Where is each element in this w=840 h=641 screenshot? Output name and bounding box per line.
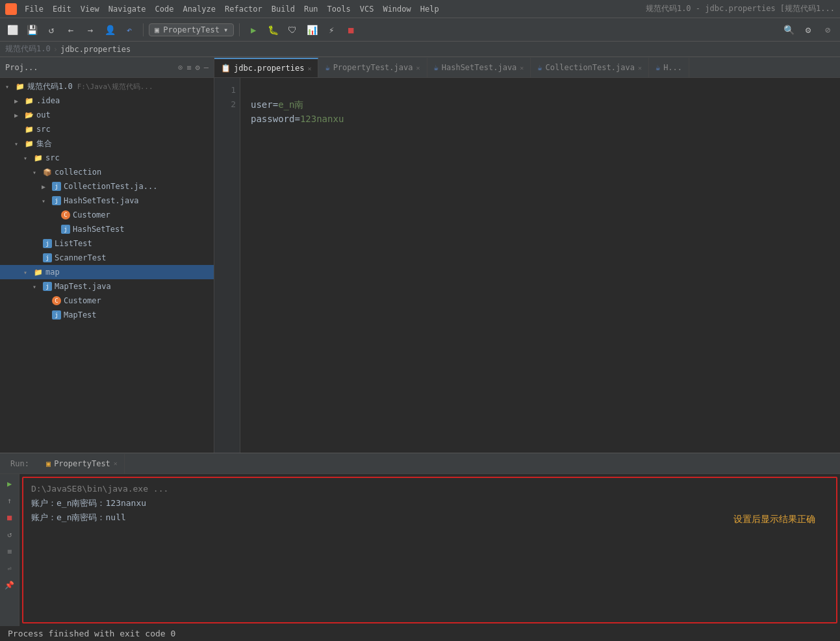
- menu-code[interactable]: Code: [155, 5, 174, 14]
- menu-build[interactable]: Build: [272, 5, 295, 14]
- run-output-inner: D:\JavaSE8\bin\java.exe ... 账户：e_n南密码：12…: [31, 482, 828, 525]
- panel-title: Proj...: [5, 63, 38, 72]
- code-content[interactable]: user=e_n南 password=123nanxu: [240, 78, 840, 453]
- src-root-label: src: [36, 125, 51, 134]
- breadcrumb-project[interactable]: 规范代码1.0: [5, 44, 51, 55]
- tree-hashset[interactable]: ▾ j HashSetTest.java: [0, 194, 214, 208]
- tree-src-jh[interactable]: ▾ 📁 src: [0, 151, 214, 165]
- hs-arrow: ▾: [42, 197, 49, 205]
- tree-src-root[interactable]: ▶ 📁 src: [0, 122, 214, 136]
- settings-btn[interactable]: ⚙: [800, 21, 817, 38]
- tree-maptest-file[interactable]: ▾ j MapTest.java: [0, 279, 214, 294]
- line2-val: 123nanxu: [300, 114, 344, 124]
- run-stop-btn[interactable]: ■: [3, 510, 17, 525]
- maptest-file-label: MapTest.java: [55, 282, 111, 291]
- mt-arrow: ▾: [32, 283, 40, 290]
- tree-idea[interactable]: ▶ 📁 .idea: [0, 94, 214, 108]
- menu-vcs[interactable]: VCS: [360, 5, 374, 14]
- tab-ht-close[interactable]: ✕: [520, 64, 524, 71]
- menu-navigate[interactable]: Navigate: [108, 5, 146, 14]
- refresh-btn[interactable]: ↺: [43, 21, 60, 38]
- root-path: F:\Java\规范代码...: [77, 82, 153, 92]
- run-config-selector[interactable]: ▣ PropertyTest ▾: [149, 23, 234, 36]
- line-numbers: 1 2: [214, 78, 240, 453]
- debug-btn[interactable]: 🐛: [264, 21, 281, 38]
- tab-property-test[interactable]: ☕ PropertyTest.java ✕: [318, 58, 427, 77]
- tree-collectiontest[interactable]: ▶ j CollectionTest.ja...: [0, 179, 214, 194]
- run-wraplines-btn[interactable]: ⏎: [3, 561, 17, 575]
- panel-icons[interactable]: ⊙ ≡ ⚙ —: [178, 63, 209, 72]
- tab-ct-close[interactable]: ✕: [638, 64, 642, 71]
- ct-arrow: ▶: [42, 183, 49, 190]
- listtest-label: ListTest: [55, 239, 92, 248]
- undo-btn[interactable]: ↶: [121, 21, 138, 38]
- collapse-icon[interactable]: ≡: [186, 63, 191, 72]
- tab-props-close[interactable]: ✕: [307, 65, 311, 72]
- tree-maptest-class[interactable]: ▶ j MapTest: [0, 308, 214, 322]
- customer2-label: Customer: [64, 296, 101, 305]
- tree-collection[interactable]: ▾ 📦 collection: [0, 165, 214, 179]
- run-scroll-up-btn[interactable]: ↑: [3, 494, 17, 508]
- menu-window[interactable]: Window: [383, 5, 411, 14]
- tree-map[interactable]: ▾ 📁 map: [0, 265, 214, 279]
- customer1-icon: C: [60, 210, 71, 220]
- customer1-label: Customer: [73, 210, 110, 220]
- vcs-btn[interactable]: 👤: [101, 21, 118, 38]
- menu-edit[interactable]: Edit: [53, 5, 71, 14]
- menu-bar[interactable]: File Edit View Navigate Code Analyze Ref…: [25, 5, 439, 14]
- tab-jdbc-properties[interactable]: 📋 jdbc.properties ✕: [214, 58, 318, 77]
- run-label: Run:: [5, 459, 34, 468]
- menu-run[interactable]: Run: [304, 5, 318, 14]
- run-coverage-btn[interactable]: 🛡: [284, 21, 301, 38]
- forward-btn[interactable]: →: [82, 21, 99, 38]
- locate-icon[interactable]: ⊙: [178, 63, 183, 72]
- menu-analyze[interactable]: Analyze: [183, 5, 216, 14]
- build-btn[interactable]: ⚡: [323, 21, 340, 38]
- run-tab-property[interactable]: ▣ PropertyTest ✕: [40, 454, 125, 473]
- st-arrow: ▶: [32, 255, 40, 262]
- back-btn[interactable]: ←: [62, 21, 79, 38]
- tab-hashset-test[interactable]: ☕ HashSetTest.java ✕: [427, 58, 531, 77]
- hide-icon[interactable]: —: [204, 63, 209, 72]
- tree-out[interactable]: ▶ 📂 out: [0, 108, 214, 122]
- menu-view[interactable]: View: [81, 5, 99, 14]
- run-filter-btn[interactable]: ≡: [3, 544, 17, 559]
- file-tree: ▾ 📁 规范代码1.0 F:\Java\规范代码... ▶ 📁 .idea ▶ …: [0, 78, 214, 453]
- menu-file[interactable]: File: [25, 5, 44, 14]
- tab-h[interactable]: ☕ H...: [649, 58, 689, 77]
- new-file-btn[interactable]: ⬜: [4, 21, 21, 38]
- line-num-2: 2: [218, 97, 236, 112]
- tree-customer-1[interactable]: ▶ C Customer: [0, 208, 214, 222]
- jh-folder-icon: 📁: [24, 138, 34, 149]
- line2-eq: =: [294, 114, 299, 124]
- menu-help[interactable]: Help: [420, 5, 439, 14]
- stop-btn[interactable]: ■: [342, 21, 359, 38]
- tab-collection-test[interactable]: ☕ CollectionTest.java ✕: [531, 58, 649, 77]
- run-btn[interactable]: ▶: [245, 21, 262, 38]
- tree-jh[interactable]: ▾ 📁 集合: [0, 136, 214, 151]
- menu-tools[interactable]: Tools: [327, 5, 351, 14]
- tree-listtest[interactable]: ▶ j ListTest: [0, 236, 214, 251]
- src-jh-label: src: [45, 153, 60, 162]
- collection-arrow: ▾: [32, 169, 40, 176]
- run-tab-close[interactable]: ✕: [114, 460, 118, 467]
- collection-pkg-icon: 📦: [42, 167, 53, 177]
- attach-profiler-btn[interactable]: 📊: [303, 21, 320, 38]
- run-rerun-btn[interactable]: ↺: [3, 527, 17, 542]
- tree-scannertest[interactable]: ▶ j ScannerTest: [0, 251, 214, 265]
- no-js-btn[interactable]: ⊘: [819, 21, 836, 38]
- tab-ht-icon: ☕: [434, 63, 439, 72]
- run-play-btn[interactable]: ▶: [3, 477, 17, 491]
- tree-root[interactable]: ▾ 📁 规范代码1.0 F:\Java\规范代码...: [0, 79, 214, 94]
- editor-panel: 📋 jdbc.properties ✕ ☕ PropertyTest.java …: [214, 57, 840, 453]
- save-btn[interactable]: 💾: [23, 21, 40, 38]
- run-pin-btn[interactable]: 📌: [3, 578, 17, 592]
- search-everywhere-btn[interactable]: 🔍: [780, 21, 797, 38]
- dropdown-icon: ▾: [223, 25, 228, 34]
- tab-pt-close[interactable]: ✕: [416, 64, 420, 71]
- tree-hashsettest-class[interactable]: ▶ j HashSetTest: [0, 222, 214, 236]
- breadcrumb-file[interactable]: jdbc.properties: [60, 45, 131, 54]
- tree-settings-icon[interactable]: ⚙: [196, 63, 200, 72]
- tree-customer-2[interactable]: ▶ C Customer: [0, 294, 214, 308]
- menu-refactor[interactable]: Refactor: [225, 5, 262, 14]
